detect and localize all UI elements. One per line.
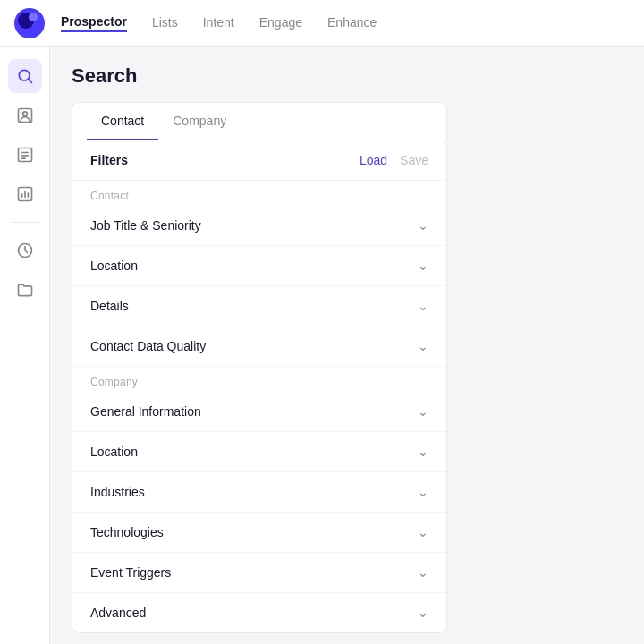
filter-contact-location[interactable]: Location ⌄ [72,246,446,286]
sidebar-icon-lists[interactable] [8,138,42,172]
sidebar-icon-contacts[interactable] [8,98,42,132]
chevron-down-icon: ⌄ [418,339,428,353]
company-section-header: Company [72,367,446,392]
contact-section-header: Contact [72,181,446,206]
nav-engage[interactable]: Engage [259,15,302,31]
sidebar-icon-chart[interactable] [8,177,42,211]
filter-industries[interactable]: Industries ⌄ [72,472,446,513]
sidebar-icon-search[interactable] [8,59,42,93]
chevron-down-icon: ⌄ [418,606,428,620]
tabs-container: Contact Company [72,102,447,140]
chevron-down-icon: ⌄ [418,445,428,459]
svg-line-4 [28,80,31,83]
filters-label: Filters [90,153,128,167]
chevron-down-icon: ⌄ [418,525,428,539]
chevron-down-icon: ⌄ [418,258,428,273]
chevron-down-icon: ⌄ [418,218,428,233]
filter-advanced-label: Advanced [90,606,146,620]
nav-links: Prospector Lists Intent Engage Enhance [61,14,377,32]
filter-industries-label: Industries [90,485,145,499]
chevron-down-icon: ⌄ [418,299,428,313]
chevron-down-icon: ⌄ [418,404,428,419]
filter-technologies-label: Technologies [90,525,164,539]
top-nav: Prospector Lists Intent Engage Enhance [0,0,644,47]
chevron-down-icon: ⌄ [418,565,428,580]
page-title: Search [72,64,623,88]
filter-company-location[interactable]: Location ⌄ [72,432,446,472]
filter-panel: Filters Load Save Contact Job Title & Se… [72,140,447,633]
filter-advanced[interactable]: Advanced ⌄ [72,593,446,632]
filter-header: Filters Load Save [72,140,446,181]
filter-company-location-label: Location [90,445,138,459]
tab-company[interactable]: Company [158,103,241,140]
filter-technologies[interactable]: Technologies ⌄ [72,513,446,553]
filter-contact-location-label: Location [90,258,138,273]
sidebar [0,47,50,644]
nav-intent[interactable]: Intent [203,15,234,31]
filter-job-title[interactable]: Job Title & Seniority ⌄ [72,206,446,246]
filter-general-information-label: General Information [90,404,201,419]
filter-details-label: Details [90,299,129,313]
filter-contact-data-quality-label: Contact Data Quality [90,339,206,353]
filter-event-triggers[interactable]: Event Triggers ⌄ [72,553,446,593]
filter-details[interactable]: Details ⌄ [72,286,446,326]
filter-job-title-label: Job Title & Seniority [90,218,201,233]
svg-point-6 [22,112,27,116]
filter-general-information[interactable]: General Information ⌄ [72,392,446,432]
nav-lists[interactable]: Lists [152,15,178,31]
nav-enhance[interactable]: Enhance [327,15,377,31]
logo [14,8,45,38]
svg-point-2 [29,13,38,21]
filter-event-triggers-label: Event Triggers [90,565,171,580]
main-content: Search Contact Company Filters Load Save… [50,47,644,644]
chevron-down-icon: ⌄ [418,485,428,499]
filter-contact-data-quality[interactable]: Contact Data Quality ⌄ [72,326,446,367]
app-body: Search Contact Company Filters Load Save… [0,47,644,644]
save-button[interactable]: Save [400,153,428,167]
filter-actions: Load Save [360,153,428,167]
load-button[interactable]: Load [360,153,387,167]
sidebar-icon-history[interactable] [8,233,42,267]
nav-prospector[interactable]: Prospector [61,14,127,32]
sidebar-divider [11,222,39,223]
sidebar-icon-folder[interactable] [8,273,42,307]
tab-contact[interactable]: Contact [87,103,158,140]
